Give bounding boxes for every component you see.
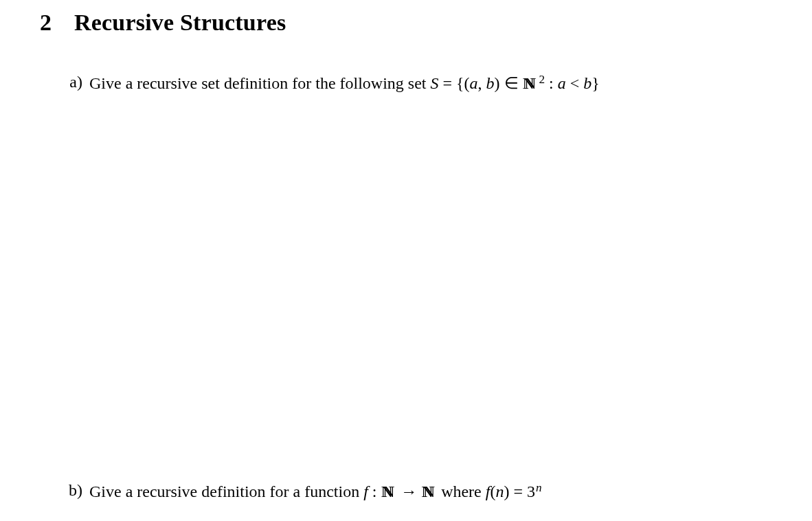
math-comma: , xyxy=(478,74,486,92)
bbn-stroke2: N xyxy=(524,71,536,96)
math-colon-map: : xyxy=(368,483,381,500)
section-heading: 2Recursive Structures xyxy=(40,10,286,36)
bbn-stroke2: N xyxy=(383,480,394,504)
question-a-label: a) xyxy=(59,70,82,94)
question-b-text: Give a recursive definition for a functi… xyxy=(89,483,363,500)
math-f: f xyxy=(363,483,368,500)
math-rparen: ) xyxy=(495,74,500,92)
math-lparen: ( xyxy=(464,74,470,92)
math-b: b xyxy=(486,74,495,92)
math-arrow: → xyxy=(396,483,421,500)
math-lbrace: { xyxy=(456,74,464,92)
question-a-body: Give a recursive set definition for the … xyxy=(89,70,600,96)
math-a2: a xyxy=(558,74,566,92)
blackboard-N: NN xyxy=(523,71,539,96)
math-where: where xyxy=(437,483,486,500)
math-squared: 2 xyxy=(539,73,545,86)
bbn-stroke2: N xyxy=(423,480,435,504)
math-S: S xyxy=(431,74,439,92)
blackboard-N-domain: NN xyxy=(381,480,397,504)
math-n: n xyxy=(495,483,504,500)
math-a: a xyxy=(470,74,478,92)
math-exp-n: n xyxy=(536,481,542,494)
math-lt: < xyxy=(566,74,584,92)
section-title: Recursive Structures xyxy=(74,10,286,35)
page: 2Recursive Structures a) Give a recursiv… xyxy=(0,0,812,521)
math-colon: : xyxy=(545,74,558,92)
section-number: 2 xyxy=(40,10,74,36)
math-in: ∈ xyxy=(500,74,523,92)
math-eq: = xyxy=(439,74,457,92)
blackboard-N-codomain: NN xyxy=(421,480,437,504)
math-base3: 3 xyxy=(527,483,535,500)
question-b-body: Give a recursive definition for a functi… xyxy=(89,478,542,504)
math-rbrace: } xyxy=(591,74,600,92)
math-eq-b: = xyxy=(509,483,527,500)
math-b2: b xyxy=(583,74,591,92)
question-a-text: Give a recursive set definition for the … xyxy=(89,74,431,92)
question-b-label: b) xyxy=(59,478,82,502)
